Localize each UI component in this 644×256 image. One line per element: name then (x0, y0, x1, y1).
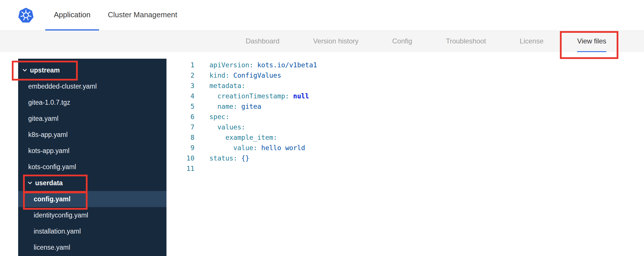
subnav-tab-license[interactable]: License (520, 31, 543, 52)
code-line: 3metadata: (166, 81, 644, 91)
code-line: 2kind: ConfigValues (166, 70, 644, 81)
code-line: 6spec: (166, 112, 644, 122)
subnav-tab-view-files[interactable]: View files (577, 31, 606, 52)
folder-userdata[interactable]: userdata (18, 175, 166, 191)
tree-item-label: identityconfig.yaml (34, 211, 88, 219)
code-text: metadata: (194, 81, 245, 91)
code-text: kind: ConfigValues (194, 70, 281, 81)
folder-upstream[interactable]: upstream (18, 62, 166, 78)
line-number: 9 (166, 143, 194, 153)
subnav-tab-version-history[interactable]: Version history (313, 31, 358, 52)
code-text: value: hello world (194, 143, 305, 153)
file-identityconfig-yaml[interactable]: identityconfig.yaml (18, 207, 166, 223)
line-number: 7 (166, 122, 194, 132)
code-line: 9 value: hello world (166, 143, 644, 153)
subnav-tabs: DashboardVersion historyConfigTroublesho… (0, 31, 644, 52)
code-text: status: {} (194, 153, 249, 163)
topnav-tab-application[interactable]: Application (45, 0, 99, 30)
code-line: 8 example_item: (166, 132, 644, 143)
code-line: 1apiVersion: kots.io/v1beta1 (166, 60, 644, 70)
tree-item-label: kots-app.yaml (28, 147, 69, 155)
line-number: 11 (166, 163, 194, 174)
file-license-yaml[interactable]: license.yaml (18, 239, 166, 255)
tree-item-label: license.yaml (34, 244, 70, 251)
subnav-tab-config[interactable]: Config (392, 31, 412, 52)
code-line: 11 (166, 163, 644, 174)
line-number: 8 (166, 132, 194, 143)
tree-item-label: gitea.yaml (28, 115, 58, 123)
tree-item-label: gitea-1.0.7.tgz (28, 99, 70, 106)
tree-item-label: upstream (30, 66, 60, 74)
code-text (194, 163, 209, 174)
line-number: 3 (166, 81, 194, 91)
topnav-tabs: ApplicationCluster Management (45, 0, 186, 30)
file-installation-yaml[interactable]: installation.yaml (18, 223, 166, 239)
code-line: 7 values: (166, 122, 644, 132)
tree-item-label: installation.yaml (34, 228, 81, 235)
chevron-down-icon (27, 180, 33, 186)
subnav-tab-dashboard[interactable]: Dashboard (246, 31, 279, 52)
line-number: 4 (166, 91, 194, 101)
code-text: example_item: (194, 132, 277, 143)
file-gitea-yaml[interactable]: gitea.yaml (18, 110, 166, 127)
topnav-tab-cluster-management[interactable]: Cluster Management (99, 0, 186, 30)
line-number: 6 (166, 112, 194, 122)
tree-item-label: k8s-app.yaml (28, 131, 68, 139)
code-lines: 1apiVersion: kots.io/v1beta12kind: Confi… (166, 60, 644, 174)
file-embedded-cluster-yaml[interactable]: embedded-cluster.yaml (18, 78, 166, 94)
code-line: 5 name: gitea (166, 101, 644, 112)
file-kots-app-yaml[interactable]: kots-app.yaml (18, 143, 166, 159)
subnav-tab-troubleshoot[interactable]: Troubleshoot (446, 31, 486, 52)
top-bar: ApplicationCluster Management (0, 0, 644, 31)
file-gitea-1-0-7-tgz[interactable]: gitea-1.0.7.tgz (18, 94, 166, 110)
code-line: 10status: {} (166, 153, 644, 163)
code-line: 4 creationTimestamp: null (166, 91, 644, 101)
code-text: values: (194, 122, 245, 132)
file-config-yaml[interactable]: config.yaml (18, 191, 166, 207)
tree-item-label: config.yaml (34, 195, 71, 203)
tree-item-label: embedded-cluster.yaml (28, 83, 97, 90)
tree-item-label: kots-config.yaml (28, 163, 76, 171)
file-kots-config-yaml[interactable]: kots-config.yaml (18, 159, 166, 175)
line-number: 5 (166, 101, 194, 112)
kubernetes-logo (18, 7, 34, 23)
file-viewer: 1apiVersion: kots.io/v1beta12kind: Confi… (166, 59, 644, 256)
line-number: 1 (166, 60, 194, 70)
kubernetes-logo-icon (18, 7, 34, 23)
line-number: 2 (166, 70, 194, 81)
code-text: apiVersion: kots.io/v1beta1 (194, 60, 317, 70)
code-text: spec: (194, 112, 229, 122)
chevron-down-icon (22, 68, 27, 73)
file-tree: upstreamembedded-cluster.yamlgitea-1.0.7… (18, 59, 166, 256)
tree-item-label: userdata (35, 179, 63, 187)
file-k8s-app-yaml[interactable]: k8s-app.yaml (18, 127, 166, 143)
code-text: creationTimestamp: null (194, 91, 309, 101)
subnav: DashboardVersion historyConfigTroublesho… (0, 31, 644, 52)
line-number: 10 (166, 153, 194, 163)
code-text: name: gitea (194, 101, 261, 112)
